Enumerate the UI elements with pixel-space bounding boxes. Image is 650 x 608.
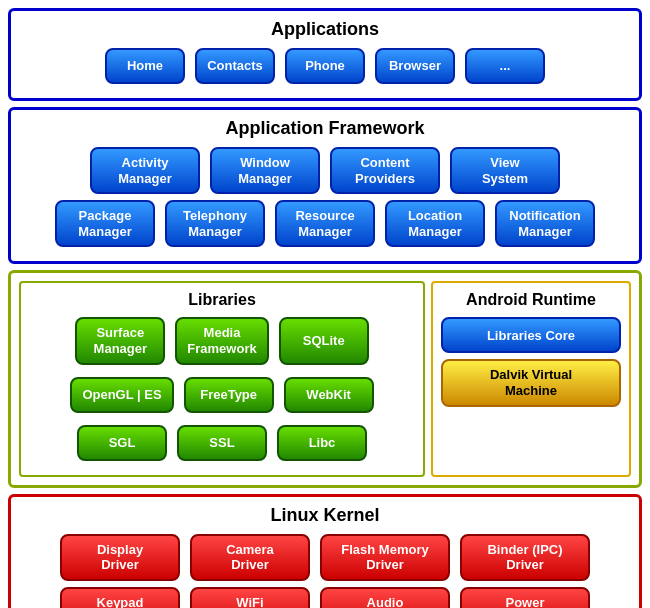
framework-title: Application Framework (19, 118, 631, 139)
runtime-subsection: Android Runtime Libraries Core Dalvik Vi… (431, 281, 631, 476)
flash-memory-driver-button[interactable]: Flash MemoryDriver (320, 534, 450, 581)
libraries-grid: SurfaceManager MediaFramework SQLite Ope… (29, 317, 415, 466)
libraries-row2: OpenGL | ES FreeType WebKit (29, 377, 415, 413)
ssl-button[interactable]: SSL (177, 425, 267, 461)
audio-driver-button[interactable]: AudioDriver (320, 587, 450, 608)
framework-section: Application Framework ActivityManager Wi… (8, 107, 642, 264)
keypad-driver-button[interactable]: KeypadDriver (60, 587, 180, 608)
app-more-button[interactable]: ... (465, 48, 545, 84)
framework-row1: ActivityManager WindowManager ContentPro… (19, 147, 631, 194)
binder-ipc-driver-button[interactable]: Binder (IPC)Driver (460, 534, 590, 581)
kernel-title: Linux Kernel (19, 505, 631, 526)
kernel-row2: KeypadDriver WiFiDriver AudioDriver Powe… (19, 587, 631, 608)
power-management-button[interactable]: PowerManagement (460, 587, 590, 608)
media-framework-button[interactable]: MediaFramework (175, 317, 268, 364)
applications-section: Applications Home Contacts Phone Browser… (8, 8, 642, 101)
sgl-button[interactable]: SGL (77, 425, 167, 461)
libraries-title: Libraries (29, 291, 415, 309)
app-browser-button[interactable]: Browser (375, 48, 455, 84)
content-providers-button[interactable]: ContentProviders (330, 147, 440, 194)
libraries-row1: SurfaceManager MediaFramework SQLite (29, 317, 415, 364)
runtime-title: Android Runtime (441, 291, 621, 309)
libraries-runtime-section: Libraries SurfaceManager MediaFramework … (8, 270, 642, 487)
app-contacts-button[interactable]: Contacts (195, 48, 275, 84)
applications-buttons: Home Contacts Phone Browser ... (19, 48, 631, 84)
opengl-button[interactable]: OpenGL | ES (70, 377, 173, 413)
sqlite-button[interactable]: SQLite (279, 317, 369, 364)
notification-manager-button[interactable]: NotificationManager (495, 200, 595, 247)
surface-manager-button[interactable]: SurfaceManager (75, 317, 165, 364)
dalvik-vm-button[interactable]: Dalvik VirtualMachine (441, 359, 621, 406)
kernel-row1: DisplayDriver CameraDriver Flash MemoryD… (19, 534, 631, 581)
view-system-button[interactable]: ViewSystem (450, 147, 560, 194)
camera-driver-button[interactable]: CameraDriver (190, 534, 310, 581)
activity-manager-button[interactable]: ActivityManager (90, 147, 200, 194)
package-manager-button[interactable]: PackageManager (55, 200, 155, 247)
libraries-core-button[interactable]: Libraries Core (441, 317, 621, 353)
runtime-grid: Libraries Core Dalvik VirtualMachine (441, 317, 621, 406)
location-manager-button[interactable]: LocationManager (385, 200, 485, 247)
framework-row2: PackageManager TelephonyManager Resource… (19, 200, 631, 247)
window-manager-button[interactable]: WindowManager (210, 147, 320, 194)
wifi-driver-button[interactable]: WiFiDriver (190, 587, 310, 608)
libraries-subsection: Libraries SurfaceManager MediaFramework … (19, 281, 425, 476)
resource-manager-button[interactable]: ResourceManager (275, 200, 375, 247)
applications-title: Applications (19, 19, 631, 40)
telephony-manager-button[interactable]: TelephonyManager (165, 200, 265, 247)
display-driver-button[interactable]: DisplayDriver (60, 534, 180, 581)
libc-button[interactable]: Libc (277, 425, 367, 461)
webkit-button[interactable]: WebKit (284, 377, 374, 413)
libraries-row3: SGL SSL Libc (29, 425, 415, 461)
freetype-button[interactable]: FreeType (184, 377, 274, 413)
app-home-button[interactable]: Home (105, 48, 185, 84)
kernel-section: Linux Kernel DisplayDriver CameraDriver … (8, 494, 642, 608)
app-phone-button[interactable]: Phone (285, 48, 365, 84)
